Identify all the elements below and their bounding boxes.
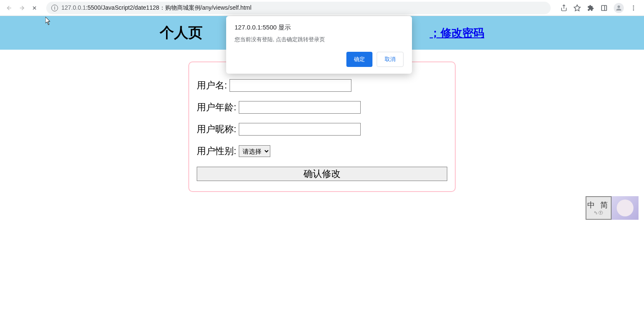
panel-icon[interactable] bbox=[600, 4, 608, 12]
url-text: 127.0.0.1:5500/JavaScript2/date1128：购物商城… bbox=[61, 4, 251, 12]
row-nickname: 用户昵称: bbox=[197, 123, 447, 136]
stop-button[interactable] bbox=[31, 5, 38, 11]
row-gender: 用户性别: 请选择 bbox=[197, 145, 447, 157]
label-gender: 用户性别: bbox=[197, 145, 236, 157]
ime-widget[interactable]: 中 简 º₅ ⓣ bbox=[586, 196, 639, 220]
ime-avatar-face bbox=[617, 200, 633, 216]
svg-point-5 bbox=[633, 7, 634, 8]
header-links: ；修改密码 bbox=[430, 26, 484, 40]
svg-point-3 bbox=[618, 5, 620, 8]
alert-buttons: 确定 取消 bbox=[235, 52, 404, 67]
row-username: 用户名: bbox=[197, 79, 447, 92]
input-age[interactable] bbox=[239, 101, 361, 114]
alert-cancel-button[interactable]: 取消 bbox=[377, 52, 404, 67]
ime-status-box[interactable]: 中 简 º₅ ⓣ bbox=[586, 196, 612, 220]
svg-point-6 bbox=[633, 9, 634, 11]
extensions-icon[interactable] bbox=[587, 4, 594, 12]
form-card: 用户名: 用户年龄: 用户昵称: 用户性别: 请选择 确认修改 bbox=[188, 61, 456, 192]
select-gender[interactable]: 请选择 bbox=[239, 145, 270, 157]
svg-point-4 bbox=[633, 5, 634, 7]
label-age: 用户年龄: bbox=[197, 101, 236, 114]
label-username: 用户名: bbox=[197, 79, 227, 92]
row-age: 用户年龄: bbox=[197, 101, 447, 114]
svg-rect-1 bbox=[602, 5, 607, 11]
toolbar-right bbox=[557, 3, 641, 13]
input-nickname[interactable] bbox=[239, 123, 361, 136]
ime-sub: º₅ ⓣ bbox=[594, 210, 603, 216]
star-icon[interactable] bbox=[573, 4, 581, 12]
svg-marker-0 bbox=[574, 5, 581, 11]
page-title: 个人页 bbox=[160, 23, 203, 43]
ime-avatar[interactable] bbox=[612, 196, 639, 220]
forward-button[interactable] bbox=[18, 5, 25, 11]
input-username[interactable] bbox=[230, 79, 351, 92]
submit-button[interactable]: 确认修改 bbox=[197, 167, 447, 181]
menu-icon[interactable] bbox=[630, 4, 637, 12]
label-nickname: 用户昵称: bbox=[197, 123, 236, 136]
alert-dialog: 127.0.0.1:5500 显示 您当前没有登陆, 点击确定跳转登录页 确定 … bbox=[226, 16, 412, 74]
nav-buttons bbox=[3, 5, 40, 11]
alert-ok-button[interactable]: 确定 bbox=[346, 52, 372, 67]
site-info-icon[interactable]: i bbox=[51, 5, 58, 11]
link-change-password[interactable]: ；修改密码 bbox=[430, 27, 484, 39]
address-bar[interactable]: i 127.0.0.1:5500/JavaScript2/date1128：购物… bbox=[46, 2, 551, 14]
back-button[interactable] bbox=[6, 5, 13, 11]
browser-toolbar: i 127.0.0.1:5500/JavaScript2/date1128：购物… bbox=[0, 0, 644, 16]
share-icon[interactable] bbox=[560, 4, 567, 12]
profile-icon[interactable] bbox=[614, 3, 624, 13]
alert-message: 您当前没有登陆, 点击确定跳转登录页 bbox=[235, 36, 404, 43]
ime-text: 中 简 bbox=[587, 200, 610, 210]
alert-title: 127.0.0.1:5500 显示 bbox=[235, 24, 404, 32]
